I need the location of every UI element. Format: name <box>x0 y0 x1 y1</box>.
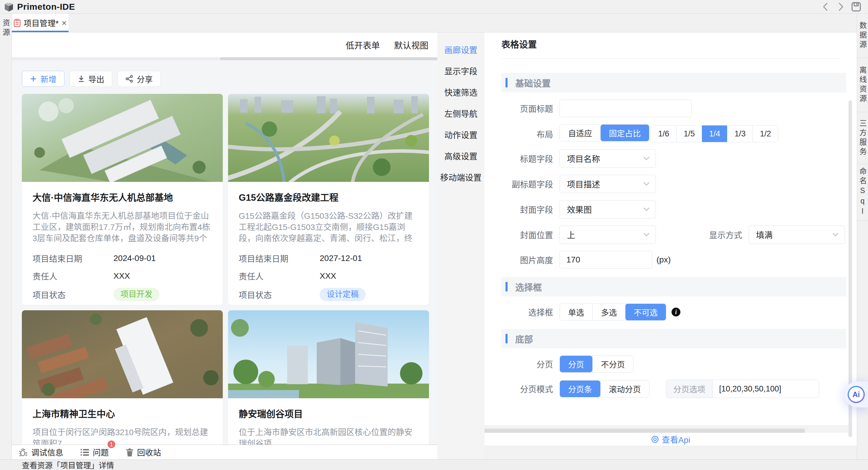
checkbox-segmented: 单选 多选 不可选 <box>560 303 666 321</box>
cover-field-select[interactable]: 效果图 <box>560 200 656 219</box>
menu-lowcode-form[interactable]: 低开表单 <box>346 39 380 51</box>
nav-left-navigation[interactable]: 左侧导航 <box>437 103 485 124</box>
scrollbar-thumb[interactable] <box>485 429 805 433</box>
project-cover-image <box>228 94 429 182</box>
ai-assistant-button[interactable]: Ai <box>844 381 868 407</box>
info-icon: i <box>672 308 680 316</box>
page-options-input[interactable] <box>713 380 819 398</box>
project-card[interactable]: 上海市精神卫生中心 项目位于闵行区沪闵路3210号院区内，规划总建筑面积7. <box>22 310 223 445</box>
active-tab-underline <box>12 31 68 32</box>
rail-item-named-sql[interactable]: 命名Sql <box>857 164 868 221</box>
ratio-option-1-5[interactable]: 1/5 <box>676 126 702 142</box>
layout-option-fixed-ratio[interactable]: 固定占比 <box>600 125 649 141</box>
section-bottom: 底部 <box>501 329 846 348</box>
rail-item-datasource[interactable]: 数据源 <box>857 13 868 58</box>
image-height-input[interactable] <box>560 251 652 269</box>
tab-close-icon[interactable]: × <box>61 19 67 28</box>
display-mode-select[interactable]: 填满 <box>749 226 845 244</box>
page-mode-row: 分页模式 分页条 滚动分页 分页选项 <box>501 380 840 398</box>
pagination-row: 分页 分页 不分页 <box>501 356 840 373</box>
checkbox-row: 选择框 单选 多选 不可选 i <box>501 303 840 321</box>
subtitle-field-row: 副标题字段 项目描述 <box>501 175 840 193</box>
share-icon <box>126 75 133 83</box>
pagination-option-paged[interactable]: 分页 <box>560 356 592 372</box>
top-bar: Primeton-IDE <box>0 0 868 13</box>
page-mode-option-bar[interactable]: 分页条 <box>560 380 600 397</box>
table-settings-panel: 表格设置 基础设置 页面标题 布局 <box>485 32 857 459</box>
title-field-select[interactable]: 项目名称 <box>560 149 656 168</box>
layout-mode-segmented: 自适应 固定占比 <box>560 124 649 141</box>
checkbox-option-single[interactable]: 单选 <box>560 304 592 320</box>
project-card[interactable]: 静安瑞创谷项目 位于上海市静安区市北高新园区核心位置的静安瑞创谷项 <box>228 310 429 445</box>
nav-mobile-settings[interactable]: 移动端设置 <box>437 167 485 188</box>
tab-project-management[interactable]: 项目管理* × <box>12 13 68 32</box>
field-label: 项目结束日期 <box>32 253 114 264</box>
page-title-input[interactable] <box>560 100 692 117</box>
cover-position-row: 封面位置 上 显示方式 填满 <box>501 226 840 244</box>
project-card[interactable]: G15公路嘉金段改建工程 G15公路嘉金段（G1503公路-S32公路）改扩建工… <box>228 94 429 305</box>
cover-position-select[interactable]: 上 <box>560 226 656 244</box>
canvas-horizontal-scrollbar[interactable] <box>12 57 437 60</box>
project-description: 大信·中信海直华东无人机总部基地项目位于金山工业区，建筑面积17.7万㎡，规划南… <box>32 210 212 245</box>
pagination-option-unpaged[interactable]: 不分页 <box>592 356 633 372</box>
api-eye-icon <box>651 435 659 443</box>
layout-row: 布局 自适应 固定占比 1/6 1/5 1/4 1/ <box>501 124 840 142</box>
add-button[interactable]: 新增 <box>22 71 64 87</box>
floppy-disk-icon <box>851 1 862 12</box>
debug-info-button[interactable]: 调试信息 <box>19 446 63 458</box>
layout-option-adaptive[interactable]: 自适应 <box>560 125 600 141</box>
section-basic-settings: 基础设置 <box>501 73 846 92</box>
ratio-option-1-6[interactable]: 1/6 <box>651 126 676 142</box>
pagination-segmented: 分页 不分页 <box>560 356 633 373</box>
project-card[interactable]: 大信·中信海直华东无人机总部基地 大信·中信海直华东无人机总部基地项目位于金山工… <box>22 94 223 305</box>
checkbox-option-none[interactable]: 不可选 <box>625 304 666 320</box>
rail-item-third-party-services[interactable]: 三方服务 <box>857 112 868 164</box>
project-card-grid: 大信·中信海直华东无人机总部基地 大信·中信海直华东无人机总部基地项目位于金山工… <box>22 94 427 445</box>
menu-default-view[interactable]: 默认视图 <box>394 39 428 51</box>
nav-gallery-settings[interactable]: 画廊设置 <box>437 39 485 60</box>
ratio-option-1-3[interactable]: 1/3 <box>727 126 752 142</box>
ide-window: Primeton-IDE 资源 <box>0 0 868 470</box>
display-mode-label: 显示方式 <box>709 229 742 241</box>
bug-icon <box>19 448 28 457</box>
subtitle-field-select[interactable]: 项目描述 <box>560 175 656 193</box>
chevron-down-icon <box>643 182 650 186</box>
page-mode-option-scroll[interactable]: 滚动分页 <box>600 380 649 397</box>
project-cover-image <box>22 94 223 182</box>
page-title-row: 页面标题 <box>501 100 840 117</box>
nav-display-fields[interactable]: 显示字段 <box>437 60 485 81</box>
left-rail-item-resources[interactable]: 资源 <box>1 19 11 459</box>
field-label: 责任人 <box>239 270 320 282</box>
save-button[interactable] <box>850 1 862 13</box>
export-button[interactable]: 导出 <box>70 71 112 87</box>
rail-item-offline-resources[interactable]: 离线资源 <box>857 58 868 112</box>
primeton-logo-icon <box>4 2 13 12</box>
checkbox-option-multi[interactable]: 多选 <box>592 304 625 320</box>
project-cover-image <box>228 310 429 398</box>
nav-quick-filter[interactable]: 快速筛选 <box>437 81 485 103</box>
panel-horizontal-scrollbar[interactable] <box>485 425 848 433</box>
recycle-bin-button[interactable]: 回收站 <box>126 446 161 458</box>
ratio-option-1-2[interactable]: 1/2 <box>752 126 778 142</box>
nav-advanced-settings[interactable]: 高级设置 <box>437 145 485 167</box>
history-forward-button[interactable] <box>835 1 847 13</box>
gallery-preview: 新增 导出 分享 <box>12 60 437 445</box>
problems-count-badge: 1 <box>107 440 116 449</box>
page-options-group: 分页选项 <box>666 380 819 398</box>
ratio-option-1-4[interactable]: 1/4 <box>702 126 727 142</box>
problems-button[interactable]: 问题 1 <box>80 446 109 458</box>
section-accent <box>505 282 507 291</box>
chevron-down-icon <box>643 207 650 211</box>
history-back-button[interactable] <box>819 1 831 13</box>
status-badge: 项目开发 <box>114 288 159 301</box>
share-button[interactable]: 分享 <box>118 71 161 87</box>
project-title: 静安瑞创谷项目 <box>239 406 418 420</box>
nav-action-settings[interactable]: 动作设置 <box>437 124 485 145</box>
chevron-down-icon <box>832 233 839 237</box>
project-description: 项目位于闵行区沪闵路3210号院区内，规划总建筑面积7. <box>32 427 212 445</box>
layout-ratio-segmented: 1/6 1/5 1/4 1/3 1/2 <box>651 125 778 142</box>
view-api-link[interactable]: 查看Api <box>485 433 857 446</box>
tab-bar: 项目管理* × <box>12 13 857 32</box>
scrollbar-thumb[interactable] <box>220 57 437 60</box>
settings-nav: 画廊设置 显示字段 快速筛选 左侧导航 动作设置 高级设置 移动端设置 <box>437 32 485 459</box>
